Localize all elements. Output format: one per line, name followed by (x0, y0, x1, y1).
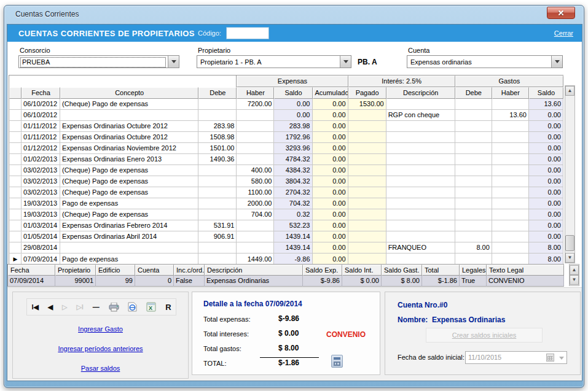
cell[interactable]: 1439.14 (274, 231, 312, 242)
scroll-down-button[interactable]: ▼ (565, 253, 574, 263)
cell[interactable]: 704.32 (274, 198, 312, 209)
cell[interactable]: 13.60 (492, 110, 529, 121)
row-selector[interactable] (9, 132, 22, 143)
grid-row[interactable]: 01/02/2013Expensas Ordinarias Enero 2013… (9, 154, 563, 165)
cell[interactable]: 03/02/2013 (22, 187, 60, 198)
cell[interactable]: 0.00 (313, 209, 348, 220)
cell[interactable]: False (174, 276, 205, 287)
cell[interactable] (492, 242, 529, 254)
codigo-input[interactable] (226, 27, 269, 39)
cell[interactable]: 01/05/2014 (22, 231, 60, 242)
cell[interactable]: 03/02/2013 (22, 165, 60, 176)
cell[interactable]: 0.00 (313, 143, 348, 154)
cell[interactable]: 01/02/2013 (22, 154, 60, 165)
cell[interactable]: 99 (96, 276, 135, 287)
cell[interactable] (386, 209, 455, 220)
grid-row[interactable]: 03/02/2013(Cheque) Pago de expensas580.0… (9, 176, 563, 187)
cell[interactable]: 0.00 (529, 209, 563, 220)
export-html-button[interactable] (128, 302, 137, 312)
cell[interactable] (492, 176, 529, 187)
cell[interactable]: 1530.00 (348, 99, 386, 110)
cell[interactable] (348, 187, 386, 198)
cell[interactable] (348, 231, 386, 242)
cell[interactable]: 01/03/2014 (22, 220, 60, 231)
ingresar-gasto-link[interactable]: Ingresar Gasto (13, 325, 188, 333)
cell[interactable]: 0.32 (274, 209, 312, 220)
cell[interactable]: 0.00 (529, 231, 563, 242)
grid-row[interactable]: 06/10/2012(Cheque) Pago de expensas7200.… (9, 99, 563, 110)
cell[interactable]: 283.98 (274, 121, 312, 132)
cell[interactable]: 2000.00 (237, 198, 274, 209)
scroll-up-button[interactable]: ▲ (565, 86, 574, 96)
cell[interactable]: 283.98 (198, 121, 237, 132)
cell[interactable] (348, 121, 386, 132)
cell[interactable] (237, 220, 274, 231)
cell[interactable] (60, 110, 198, 121)
chevron-down-icon[interactable] (551, 56, 562, 68)
cell[interactable] (348, 154, 386, 165)
cell[interactable] (348, 198, 386, 209)
cell[interactable] (237, 143, 274, 154)
cell[interactable]: 0.00 (313, 242, 348, 254)
cell[interactable] (348, 165, 386, 176)
cell[interactable]: (Cheque) Pago de expensas (60, 209, 198, 220)
initial-balance-date-input[interactable]: 11/10/2015 (465, 351, 567, 364)
cell[interactable] (348, 176, 386, 187)
cell[interactable] (386, 132, 455, 143)
scroll-thumb[interactable] (565, 235, 574, 251)
cell[interactable]: 03/02/2013 (22, 176, 60, 187)
cell[interactable]: 19/03/2013 (22, 209, 60, 220)
cell[interactable] (455, 110, 492, 121)
cell[interactable]: 0.00 (529, 176, 563, 187)
cell[interactable] (386, 143, 455, 154)
cell[interactable]: 4784.32 (274, 154, 312, 165)
grid-row[interactable]: 03/02/2013(Cheque) Pago de expensas400.0… (9, 165, 563, 176)
row-selector[interactable] (9, 187, 22, 198)
cell[interactable]: 1792.96 (274, 132, 312, 143)
cell[interactable]: 7200.00 (237, 99, 274, 110)
row-selector[interactable] (9, 99, 22, 110)
cell[interactable]: Expensas Ordinarias Octubre 2012 (60, 121, 198, 132)
cell[interactable]: 01/11/2012 (22, 121, 60, 132)
export-excel-button[interactable]: X (146, 302, 156, 312)
grid-row[interactable]: 19/03/2013(Cheque) Pago de expensas704.0… (9, 209, 563, 220)
cell[interactable]: (Cheque) Pago de expensas (60, 187, 198, 198)
cell[interactable]: Expensas Ordinarias (205, 276, 303, 287)
chevron-down-icon[interactable] (168, 56, 179, 68)
ingresar-periodos-link[interactable]: Ingresar períodos anteriores (13, 345, 188, 352)
cell[interactable] (455, 176, 492, 187)
grid-row[interactable]: 06/10/20120.000.00RGP con cheque13.600.0… (9, 110, 563, 121)
cell[interactable]: 580.00 (237, 176, 274, 187)
cell[interactable]: 0.00 (529, 198, 563, 209)
cell[interactable]: 8.00 (529, 242, 563, 254)
cell[interactable] (386, 231, 455, 242)
grid-row[interactable]: 29/08/20141439.140.00FRANQUEO8.008.00 (9, 242, 563, 254)
cell[interactable] (492, 99, 529, 110)
cell[interactable]: 704.00 (237, 209, 274, 220)
row-selector[interactable] (9, 110, 22, 121)
cell[interactable]: 1508.98 (198, 132, 237, 143)
cell[interactable]: $-1.86 (422, 276, 460, 287)
cell[interactable] (492, 132, 529, 143)
cell[interactable] (60, 242, 198, 254)
chevron-down-icon[interactable] (340, 56, 351, 68)
cell[interactable] (455, 99, 492, 110)
cell[interactable] (386, 99, 455, 110)
cell[interactable] (237, 242, 274, 254)
cell[interactable]: 06/10/2012 (22, 110, 60, 121)
cell[interactable]: 3293.96 (274, 143, 312, 154)
cell[interactable]: 400.00 (237, 165, 274, 176)
cell[interactable]: 0.00 (274, 110, 312, 121)
print-button[interactable] (109, 303, 119, 312)
grid-row[interactable]: 19/03/2013Pago de expensas2000.00704.320… (9, 198, 563, 209)
scroll-down-button[interactable]: ▼ (570, 275, 579, 285)
cell[interactable] (237, 121, 274, 132)
vertical-scrollbar[interactable]: ▲ ▼ (565, 85, 575, 263)
cell[interactable] (198, 99, 237, 110)
cell[interactable]: 0.00 (529, 165, 563, 176)
cell[interactable] (455, 154, 492, 165)
cell[interactable]: 0.00 (313, 99, 348, 110)
grid-row[interactable]: 01/12/2012Expensas Ordinarias Noviembre … (9, 143, 563, 154)
cell[interactable]: 07/09/2014 (8, 276, 55, 287)
cell[interactable]: 29/08/2014 (22, 242, 60, 254)
